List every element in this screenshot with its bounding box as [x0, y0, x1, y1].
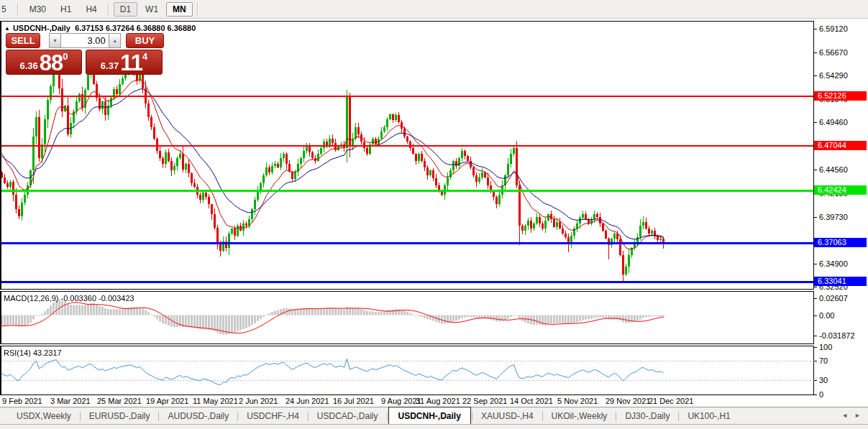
one-click-trading-panel: SELL ▼ ▲ BUY 6.36880 6.37114: [6, 33, 164, 75]
tab-scroll-right-icon[interactable]: ►: [854, 412, 861, 419]
rsi-label: RSI(14) 43.2317: [4, 349, 62, 357]
volume-increase-button[interactable]: ▲: [109, 33, 121, 48]
buy-price-button[interactable]: 6.37114: [86, 50, 163, 75]
price-axis-label: 6.56670: [819, 48, 848, 57]
chart-tab-bar: USDX,WeeklyEURUSD-,DailyAUDUSD-,DailyUSD…: [0, 407, 868, 425]
line-price-label-6.42424: 6.42424: [814, 185, 867, 195]
rsi-indicator-canvas[interactable]: [1, 346, 814, 395]
price-axis-label: 6.44560: [819, 165, 848, 174]
date-axis-label: 31 Aug 2021: [416, 397, 460, 405]
buy-button[interactable]: BUY: [126, 33, 164, 48]
price-axis-tick: [814, 264, 817, 264]
price-axis-label: 6.54290: [819, 71, 848, 80]
chart-tab-xauusd-h4[interactable]: XAUUSD-,H4: [473, 408, 542, 425]
date-axis-label: 22 Sep 2021: [462, 397, 507, 405]
tab-separator: [80, 412, 81, 421]
sell-price-button[interactable]: 6.36880: [6, 50, 82, 75]
volume-decrease-button[interactable]: ▼: [49, 33, 61, 48]
tab-separator: [387, 412, 388, 421]
rsi-axis-tick: [814, 380, 817, 381]
volume-input[interactable]: [61, 34, 109, 47]
rsi-axis-label: 30: [819, 376, 828, 384]
chart-tab-eurusd-daily[interactable]: EURUSD-,Daily: [81, 408, 158, 425]
date-axis-label: 11 May 2021: [193, 397, 238, 405]
chart-symbol-period: USDCNH-,Daily: [13, 24, 70, 32]
mt4-application-window: 5M30H1H4D1W1MN ▲USDCNH-,Daily 6.37153 6.…: [0, 0, 868, 429]
status-bar-strip: [0, 424, 868, 429]
chart-border-bottom: [0, 395, 814, 395]
sell-button[interactable]: SELL: [6, 33, 40, 48]
sell-price-main: 6.36: [19, 58, 37, 74]
sell-price-point: 0: [63, 52, 68, 61]
line-price-label-6.52126: 6.52126: [814, 91, 867, 101]
rsi-axis-tick: [814, 395, 817, 395]
collapse-triangle-icon[interactable]: ▲: [4, 25, 10, 32]
timeframe-button-h1[interactable]: H1: [54, 2, 78, 17]
price-axis-label: 6.34900: [819, 259, 848, 268]
timeframe-button-d1[interactable]: D1: [114, 2, 137, 17]
macd-axis-label: -0.031872: [819, 331, 855, 340]
chart-tab-usdx-weekly[interactable]: USDX,Weekly: [9, 408, 79, 425]
chart-tab-audusd-daily[interactable]: AUDUSD-,Daily: [160, 408, 237, 425]
spin-down-icon: ▼: [52, 38, 58, 43]
macd-axis-tick: [814, 298, 817, 299]
date-axis-label: 25 Mar 2021: [97, 397, 142, 405]
horizontal-line-6.33041[interactable]: [1, 281, 813, 283]
horizontal-line-6.37063[interactable]: [1, 242, 813, 244]
price-axis-label: 6.39730: [819, 213, 848, 221]
price-axis-tick: [814, 122, 817, 123]
chart-tab-usdcad-daily[interactable]: USDCAD-,Daily: [309, 408, 386, 425]
toolbar-separator: [108, 3, 109, 15]
price-axis-label: 6.49460: [819, 118, 848, 126]
sell-price-pips: 88: [40, 52, 63, 74]
chart-tab-dj30-daily[interactable]: DJ30-,Daily: [617, 408, 677, 425]
tab-separator: [472, 412, 472, 421]
date-axis-label: 29 Nov 2021: [606, 397, 650, 405]
toolbar-separator: [17, 3, 19, 15]
timeframe-button-5[interactable]: 5: [0, 2, 13, 17]
buy-price-point: 4: [142, 52, 147, 61]
date-axis-label: 21 Dec 2021: [649, 397, 693, 405]
timeframe-toolbar: 5M30H1H4D1W1MN: [0, 0, 868, 19]
timeframe-button-mn[interactable]: MN: [166, 2, 193, 17]
date-axis-label: 24 Jun 2021: [285, 397, 329, 405]
rsi-axis-label: 0: [819, 390, 823, 399]
macd-label: MACD(12,26,9) -0.003360 -0.003423: [4, 294, 134, 303]
macd-axis-label: 0.02607: [819, 294, 848, 303]
date-axis-label: 16 Jul 2021: [333, 397, 374, 405]
date-axis-label: 19 Apr 2021: [146, 397, 188, 405]
chart-window: ▲USDCNH-,Daily 6.37153 6.37264 6.36880 6…: [0, 21, 868, 407]
chart-ohlc-values: 6.37153 6.37264 6.36880 6.36880: [75, 24, 196, 32]
tab-separator: [237, 412, 238, 421]
date-axis-label: 5 Nov 2021: [557, 397, 598, 405]
tab-separator: [542, 412, 543, 421]
spin-up-icon: ▲: [112, 38, 117, 43]
chart-tab-usdchf-h4[interactable]: USDCHF-,H4: [239, 408, 307, 425]
macd-axis-tick: [814, 336, 817, 336]
price-axis-tick: [814, 29, 817, 29]
chart-tab-usdcnh-daily[interactable]: USDCNH-,Daily: [388, 407, 471, 425]
line-price-label-6.47044: 6.47044: [814, 141, 867, 150]
timeframe-button-h4[interactable]: H4: [79, 2, 103, 17]
horizontal-line-6.47044[interactable]: [1, 145, 813, 147]
line-price-label-6.33041: 6.33041: [814, 277, 867, 286]
price-axis-tick: [814, 75, 817, 76]
tab-separator: [616, 412, 616, 421]
horizontal-line-6.42424[interactable]: [1, 190, 813, 192]
rsi-axis-tick: [814, 347, 817, 348]
chart-tab-uk100-h1[interactable]: UK100-,H1: [680, 408, 738, 425]
rsi-axis-label: 100: [819, 343, 832, 351]
chart-tab-ukoil-weekly[interactable]: UKOil-,Weekly: [544, 408, 616, 425]
horizontal-line-6.52126[interactable]: [1, 96, 813, 97]
date-axis-label: 9 Feb 2021: [2, 397, 42, 405]
price-axis-label: 6.59120: [819, 24, 848, 33]
tab-scroll-arrows: ◄►: [835, 412, 861, 419]
timeframe-button-w1[interactable]: W1: [139, 2, 165, 17]
line-price-label-6.37063: 6.37063: [814, 238, 867, 247]
price-axis-tick: [814, 170, 817, 170]
tab-scroll-left-icon[interactable]: ◄: [841, 412, 848, 419]
buy-price-pips: 11: [120, 52, 142, 74]
price-axis-tick: [814, 52, 817, 53]
timeframe-button-m30[interactable]: M30: [23, 2, 52, 17]
rsi-axis-label: 70: [819, 356, 828, 365]
